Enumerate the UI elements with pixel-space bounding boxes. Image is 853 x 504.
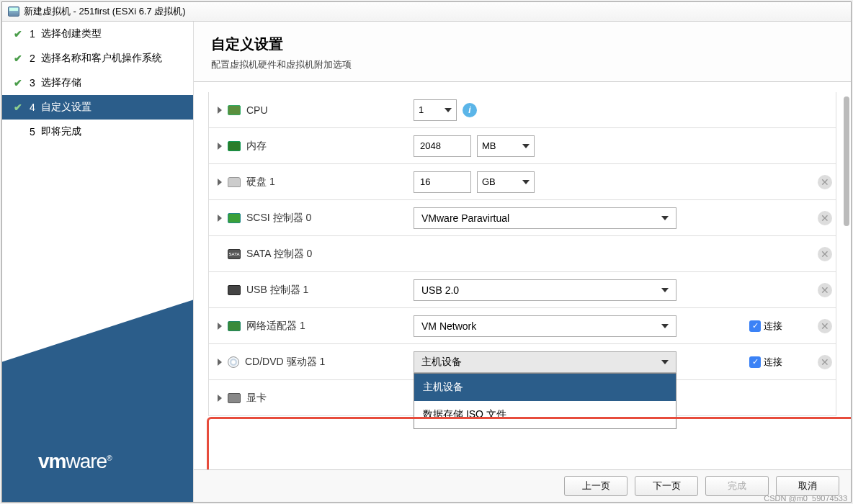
row-cddvd: CD/DVD 驱动器 1 主机设备 主机设备 数据存储 ISO 文件 ✓连接 ✕ — [208, 344, 836, 380]
titlebar[interactable]: 新建虚拟机 - 251first (ESXi 6.7 虚拟机) — [2, 2, 851, 22]
finish-button: 完成 — [705, 476, 769, 496]
row-usb: USB 控制器 1 USB 2.0 ✕ — [208, 272, 836, 308]
expand-icon[interactable] — [218, 395, 222, 402]
caret-icon — [661, 216, 669, 220]
disk-size-input[interactable] — [414, 171, 471, 193]
caret-icon — [661, 324, 669, 328]
expand-icon[interactable] — [218, 179, 222, 186]
network-icon — [228, 321, 241, 331]
hardware-settings: CPU 1i 内存 MB 硬盘 1 GB ✕ SCSI 控制器 0 — [194, 82, 851, 469]
cancel-button[interactable]: 取消 — [776, 476, 839, 496]
wizard-sidebar: 1 选择创建类型 2 选择名称和客户机操作系统 3 选择存储 4 自定义设置 5… — [2, 22, 193, 502]
caret-icon — [661, 360, 669, 364]
remove-scsi-button[interactable]: ✕ — [818, 211, 832, 225]
expand-icon[interactable] — [218, 143, 222, 150]
wizard-step-3[interactable]: 3 选择存储 — [2, 71, 193, 95]
cddvd-source-select[interactable]: 主机设备 主机设备 数据存储 ISO 文件 — [414, 351, 676, 373]
remove-network-button[interactable]: ✕ — [818, 319, 832, 333]
usb-type-select[interactable]: USB 2.0 — [414, 279, 676, 301]
memory-icon — [228, 141, 241, 151]
cpu-count-select[interactable]: 1 — [414, 99, 457, 121]
caret-icon — [522, 180, 530, 184]
scrollbar[interactable] — [844, 96, 849, 226]
memory-input[interactable] — [414, 135, 471, 157]
caret-icon — [522, 144, 530, 148]
page-header: 自定义设置 配置虚拟机硬件和虚拟机附加选项 — [194, 22, 851, 82]
scsi-icon — [228, 213, 241, 223]
dropdown-option-host[interactable]: 主机设备 — [414, 374, 676, 401]
network-select[interactable]: VM Network — [414, 315, 676, 337]
cddvd-connect-checkbox[interactable]: ✓ — [749, 356, 761, 368]
row-disk: 硬盘 1 GB ✕ — [208, 164, 836, 200]
info-icon[interactable]: i — [463, 103, 477, 117]
wizard-step-5[interactable]: 5 即将完成 — [2, 120, 193, 144]
row-network: 网络适配器 1 VM Network ✓连接 ✕ — [208, 308, 836, 344]
memory-unit-select[interactable]: MB — [477, 135, 535, 157]
caret-icon — [445, 108, 452, 112]
display-icon — [228, 393, 241, 403]
wizard-step-1[interactable]: 1 选择创建类型 — [2, 22, 193, 46]
expand-icon[interactable] — [218, 215, 222, 222]
page-title: 自定义设置 — [211, 35, 834, 54]
remove-sata-button[interactable]: ✕ — [818, 247, 832, 261]
row-sata: SATASATA 控制器 0 ✕ — [208, 236, 836, 272]
usb-icon — [228, 285, 241, 295]
cd-icon — [228, 356, 239, 368]
remove-usb-button[interactable]: ✕ — [818, 283, 832, 297]
disk-unit-select[interactable]: GB — [477, 171, 535, 193]
cpu-icon — [228, 105, 241, 115]
caret-icon — [661, 288, 669, 292]
page-subtitle: 配置虚拟机硬件和虚拟机附加选项 — [211, 58, 834, 71]
scsi-type-select[interactable]: VMware Paravirtual — [414, 207, 676, 229]
window-title: 新建虚拟机 - 251first (ESXi 6.7 虚拟机) — [24, 5, 186, 18]
vmware-logo: vmware® — [38, 450, 112, 473]
expand-icon[interactable] — [218, 323, 222, 330]
row-scsi: SCSI 控制器 0 VMware Paravirtual ✕ — [208, 200, 836, 236]
network-connect-checkbox[interactable]: ✓ — [749, 320, 761, 332]
wizard-step-4[interactable]: 4 自定义设置 — [2, 95, 193, 120]
prev-button[interactable]: 上一页 — [564, 476, 628, 496]
remove-disk-button[interactable]: ✕ — [818, 175, 832, 189]
row-cpu: CPU 1i — [208, 92, 836, 128]
remove-cddvd-button[interactable]: ✕ — [818, 355, 832, 369]
sata-icon: SATA — [228, 249, 241, 259]
dropdown-option-iso[interactable]: 数据存储 ISO 文件 — [414, 401, 676, 428]
new-vm-dialog: 新建虚拟机 - 251first (ESXi 6.7 虚拟机) 1 选择创建类型… — [1, 1, 852, 503]
next-button[interactable]: 下一页 — [635, 476, 698, 496]
cddvd-dropdown: 主机设备 数据存储 ISO 文件 — [414, 373, 676, 429]
wizard-step-2[interactable]: 2 选择名称和客户机操作系统 — [2, 46, 193, 71]
expand-icon[interactable] — [218, 359, 222, 366]
row-memory: 内存 MB — [208, 128, 836, 164]
watermark: CSDN @m0_59074533 — [764, 494, 847, 503]
wizard-footer: 上一页 下一页 完成 取消 — [194, 469, 851, 502]
vm-icon — [8, 6, 19, 17]
disk-icon — [228, 177, 241, 187]
expand-icon[interactable] — [218, 107, 222, 114]
